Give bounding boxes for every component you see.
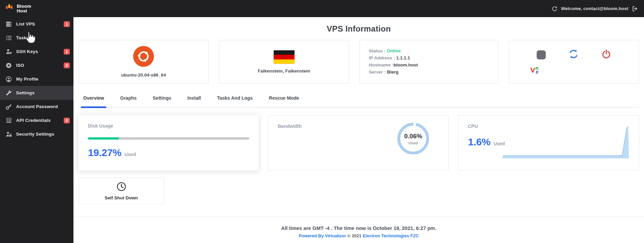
sidebar-item-security-settings[interactable]: Security Settings xyxy=(0,127,73,141)
vps-tabs: Overview Graphs Settings Install Tasks A… xyxy=(78,95,639,107)
wrench-icon xyxy=(5,90,12,96)
ssh-keys-badge: 1 xyxy=(64,49,70,54)
os-name: ubuntu-20.04-x86_64 xyxy=(121,72,166,78)
sidebar-item-settings[interactable]: Settings xyxy=(0,86,73,100)
sidebar-item-list-vps[interactable]: List VPS 1 xyxy=(0,17,73,31)
refresh-session-icon[interactable] xyxy=(552,6,557,11)
ubuntu-logo-icon xyxy=(133,46,154,68)
status-online-value: Online xyxy=(387,48,401,53)
brand-name: Bloom Host xyxy=(17,4,31,13)
disk-usage-percent: 19.27% xyxy=(88,147,121,158)
status-row: Status : Online xyxy=(369,47,401,54)
list-vps-badge: 1 xyxy=(64,21,70,27)
main-content: VPS Information u xyxy=(73,17,644,243)
bloomhost-flame-icon xyxy=(5,3,14,14)
disk-usage-card: Disk Usage 19.27% Used xyxy=(78,115,259,171)
disk-usage-fill xyxy=(88,137,119,140)
sidebar-item-account-password[interactable]: Account Password xyxy=(0,100,73,113)
top-bar: Bloom Host Welcome, contact@bloom.host xyxy=(0,0,644,17)
sidebar-item-ssh-keys[interactable]: SSH Keys 1 xyxy=(0,45,73,58)
user-circle-icon xyxy=(5,76,12,82)
bandwidth-card: Bandwidth 0.06% Used xyxy=(268,115,449,171)
hostname-row: Hostname :bloom.host xyxy=(369,61,418,68)
os-card: ubuntu-20.04-x86_64 xyxy=(78,40,209,84)
tab-rescue-mode[interactable]: Rescue Mode xyxy=(268,95,300,107)
welcome-text: Welcome, contact@bloom.host xyxy=(561,6,628,11)
cpu-title: CPU xyxy=(468,124,478,129)
cpu-card: CPU 1.6% Used xyxy=(458,115,639,171)
sidebar-item-tasks[interactable]: Tasks xyxy=(0,31,73,45)
tab-tasks-and-logs[interactable]: Tasks And Logs xyxy=(216,95,254,107)
laptop-code-icon xyxy=(5,117,12,124)
api-credentials-badge: 0 xyxy=(64,117,70,123)
server-row: Server : Blerg xyxy=(369,68,399,76)
footer-time-text: All times are GMT -4 . The time now is O… xyxy=(73,225,644,231)
germany-flag-icon xyxy=(273,50,295,64)
disk-usage-progressbar xyxy=(88,137,249,140)
user-lock-icon xyxy=(5,131,12,137)
self-shutdown-label: Self Shut Down xyxy=(105,195,138,200)
tab-install[interactable]: Install xyxy=(186,95,202,107)
virtualizor-link[interactable]: Powered By Virtualizor xyxy=(299,233,346,238)
logout-icon[interactable] xyxy=(632,6,638,12)
page-title: VPS Information xyxy=(73,24,644,34)
server-icon xyxy=(5,21,12,27)
poweroff-vps-button[interactable] xyxy=(601,49,611,60)
sidebar-item-my-profile[interactable]: My Profile xyxy=(0,72,73,86)
footer: All times are GMT -4 . The time now is O… xyxy=(73,216,644,243)
key-icon xyxy=(5,104,12,110)
bandwidth-donut: 0.06% Used xyxy=(397,123,429,155)
sidebar-item-iso[interactable]: ISO 0 xyxy=(0,58,73,72)
cpu-percent: 1.6% xyxy=(468,136,490,148)
disk-usage-title: Disk Usage xyxy=(88,123,113,129)
tab-graphs[interactable]: Graphs xyxy=(119,95,138,107)
self-shutdown-button[interactable]: Self Shut Down xyxy=(78,178,164,204)
location-name: Falkenstein, Falkenstein xyxy=(258,68,310,74)
tasks-icon xyxy=(5,35,12,41)
disc-icon xyxy=(5,62,12,68)
tab-overview[interactable]: Overview xyxy=(82,95,105,107)
cpu-sparkline-chart xyxy=(503,126,630,158)
stop-vps-button[interactable] xyxy=(537,50,546,59)
user-shield-icon xyxy=(5,49,12,55)
restart-vps-button[interactable] xyxy=(569,49,579,60)
clock-icon xyxy=(117,182,126,193)
iso-badge: 0 xyxy=(64,62,70,68)
ip-row: IP Address : 1.1.1.1 xyxy=(369,54,410,61)
footer-powered-by: Powered By Virtualizor © 2021 Electron T… xyxy=(73,233,644,238)
status-card: Status : Online IP Address : 1.1.1.1 Hos… xyxy=(360,40,499,84)
location-card: Falkenstein, Falkenstein xyxy=(219,40,349,84)
electron-technologies-link[interactable]: Electron Technologies FZC xyxy=(363,233,419,238)
power-controls-card: Vnc xyxy=(509,40,639,84)
bandwidth-percent: 0.06% xyxy=(404,133,422,140)
brand-logo[interactable]: Bloom Host xyxy=(0,3,31,14)
sidebar: List VPS 1 Tasks SSH Keys 1 xyxy=(0,17,73,243)
tab-settings[interactable]: Settings xyxy=(152,95,172,107)
sidebar-item-api-credentials[interactable]: API Credentials 0 xyxy=(0,113,73,127)
bandwidth-title: Bandwidth xyxy=(278,124,302,129)
